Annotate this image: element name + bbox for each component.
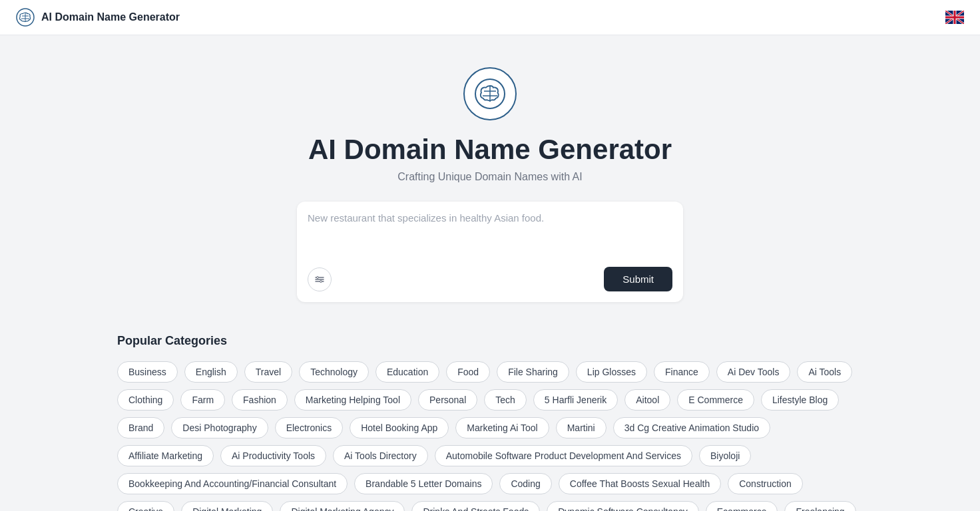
category-tag[interactable]: Drinks And Streets Foods (411, 501, 540, 511)
category-tag[interactable]: Digital Marketing (181, 501, 273, 511)
category-tag[interactable]: Automobile Software Product Development … (435, 445, 692, 466)
category-tag[interactable]: Clothing (117, 389, 174, 411)
category-tag[interactable]: Business (117, 361, 178, 383)
search-footer: Submit (308, 267, 672, 291)
category-tag[interactable]: Digital Marketing Agency (280, 501, 405, 511)
category-tag[interactable]: Marketing Helping Tool (294, 389, 411, 411)
category-tag[interactable]: Coding (499, 473, 551, 494)
svg-point-12 (317, 276, 319, 278)
category-tag[interactable]: Affiliate Marketing (117, 445, 214, 466)
search-input[interactable] (308, 212, 672, 259)
category-tag[interactable]: Construction (728, 473, 803, 494)
category-tag[interactable]: Biyoloji (699, 445, 751, 466)
navbar-title: AI Domain Name Generator (41, 11, 180, 23)
category-tag[interactable]: Freelancing (784, 501, 856, 511)
category-tag[interactable]: 3d Cg Creative Animation Studio (613, 417, 770, 438)
category-tag[interactable]: 5 Harfli Jenerik (533, 389, 618, 411)
category-tag[interactable]: Ai Tools Directory (333, 445, 428, 466)
category-tag[interactable]: Education (375, 361, 439, 383)
category-tag[interactable]: English (184, 361, 238, 383)
category-tag[interactable]: Brandable 5 Letter Domains (354, 473, 493, 494)
brand: AI Domain Name Generator (16, 8, 180, 27)
tags-container: BusinessEnglishTravelTechnologyEducation… (117, 361, 863, 511)
categories-title: Popular Categories (117, 334, 863, 348)
category-tag[interactable]: Ai Tools (797, 361, 852, 383)
category-tag[interactable]: Fashion (232, 389, 288, 411)
category-tag[interactable]: Ecommerce (706, 501, 778, 511)
hero-title: AI Domain Name Generator (308, 134, 672, 166)
hero-subtitle: Crafting Unique Domain Names with AI (397, 171, 582, 183)
options-button[interactable] (308, 267, 332, 291)
category-tag[interactable]: Coffee That Boosts Sexual Health (559, 473, 721, 494)
brain-circle-icon (463, 67, 517, 120)
category-tag[interactable]: E Commerce (677, 389, 754, 411)
category-tag[interactable]: Personal (418, 389, 477, 411)
category-tag[interactable]: Lifestyle Blog (761, 389, 839, 411)
navbar: AI Domain Name Generator (0, 0, 980, 35)
category-tag[interactable]: Desi Photography (171, 417, 268, 438)
options-icon (314, 273, 326, 285)
category-tag[interactable]: Finance (654, 361, 710, 383)
category-tag[interactable]: Creative (117, 501, 174, 511)
category-tag[interactable]: Martini (556, 417, 607, 438)
category-tag[interactable]: Aitool (624, 389, 670, 411)
svg-point-13 (320, 280, 322, 282)
search-box: Submit (297, 202, 683, 302)
category-tag[interactable]: Tech (484, 389, 527, 411)
category-tag[interactable]: Electronics (275, 417, 343, 438)
category-tag[interactable]: Farm (180, 389, 225, 411)
category-tag[interactable]: Dynamic Software Consultancy (547, 501, 699, 511)
category-tag[interactable]: Technology (299, 361, 369, 383)
submit-button[interactable]: Submit (604, 267, 672, 291)
category-tag[interactable]: Food (446, 361, 490, 383)
category-tag[interactable]: Ai Dev Tools (716, 361, 791, 383)
category-tag[interactable]: File Sharing (497, 361, 569, 383)
category-tag[interactable]: Marketing Ai Tool (455, 417, 549, 438)
category-tag[interactable]: Lip Glosses (576, 361, 647, 383)
brain-icon (16, 8, 35, 27)
category-tag[interactable]: Bookkeeping And Accounting/Financial Con… (117, 473, 348, 494)
category-tag[interactable]: Brand (117, 417, 164, 438)
category-tag[interactable]: Ai Productivity Tools (220, 445, 326, 466)
category-tag[interactable]: Hotel Booking App (350, 417, 449, 438)
hero-section: AI Domain Name Generator Crafting Unique… (0, 35, 980, 323)
categories-section: Popular Categories BusinessEnglishTravel… (0, 323, 980, 511)
english-flag-icon[interactable] (945, 11, 964, 24)
category-tag[interactable]: Travel (244, 361, 292, 383)
